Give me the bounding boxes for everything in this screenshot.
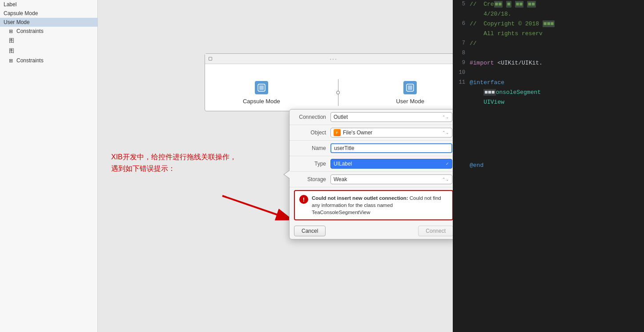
outline-constraints1-text: Constraints [16, 28, 44, 34]
code-spacer [453, 108, 644, 161]
storage-value: Weak [334, 176, 347, 182]
line-content-8 [470, 49, 644, 50]
annotation-line2: 遇到如下错误提示： [111, 163, 237, 174]
code-line-5: 5 // Cre■■ ■ ■■ ■■ [453, 0, 644, 10]
line-num-5: 5 [453, 0, 470, 7]
storage-label: Storage [295, 176, 330, 182]
code-editor: 5 // Cre■■ ■ ■■ ■■ 4/20/18. 6 // Copyrig… [453, 0, 644, 332]
line-content-5: // Cre■■ ■ ■■ ■■ [470, 0, 644, 8]
outline-item-constraints-1[interactable]: ⊞ Constraints [0, 27, 97, 36]
popover-buttons: Cancel Connect [290, 223, 453, 239]
code-line-end: @end [453, 161, 644, 171]
object-select[interactable]: F File's Owner ⌃⌄ [330, 128, 452, 138]
error-box: ! Could not insert new outlet connection… [294, 190, 453, 220]
outline-item-constraints-2[interactable]: ⊞ Constraints [0, 56, 97, 65]
outline-item-user-mode[interactable]: User Mode [0, 18, 97, 27]
outline-usermode-text: User Mode [4, 19, 30, 25]
ib-canvas-view: ··· Capsule Mode User Mode [205, 53, 453, 111]
outline-img1-text: 图 [9, 37, 14, 45]
connection-value: Outlet [334, 114, 348, 120]
canvas-handle-tl [209, 57, 212, 61]
line-num-6: 6 [453, 20, 470, 27]
code-line-6b: All rights reserv [453, 29, 644, 39]
outline-item-capsule[interactable]: Capsule Mode [0, 9, 97, 18]
outline-constraints2-text: Constraints [16, 57, 44, 64]
cancel-button[interactable]: Cancel [294, 226, 326, 236]
code-line-10: 10 [453, 69, 644, 78]
type-row: Type UILabel ✓ [290, 156, 453, 172]
capsule-mode-segment: Capsule Mode [243, 81, 280, 105]
divider-handle [336, 91, 340, 94]
line-content-end: @end [470, 161, 644, 169]
file-owner-icon: F [334, 129, 341, 136]
connection-chevron: ⌃⌄ [442, 115, 449, 119]
line-num-11c [453, 98, 470, 99]
error-text: Could not insert new outlet connection: … [312, 194, 448, 216]
svg-line-1 [222, 196, 294, 220]
object-row: Object F File's Owner ⌃⌄ [290, 125, 453, 141]
line-content-11: @interface [470, 78, 644, 86]
name-row: Name [290, 141, 453, 156]
canvas-top-bar: ··· [205, 54, 453, 64]
connection-row: Connection Outlet ⌃⌄ [290, 109, 453, 125]
svg-rect-3 [259, 85, 264, 90]
storage-row: Storage Weak ⌃⌄ [290, 172, 453, 187]
line-num-8: 8 [453, 49, 470, 56]
type-value: UILabel [334, 161, 352, 167]
connection-label: Connection [295, 114, 330, 120]
type-label: Type [295, 161, 330, 167]
line-num-11b [453, 88, 470, 89]
capsule-mode-icon [255, 81, 268, 94]
object-chevron: ⌃⌄ [442, 130, 449, 135]
code-line-11: 11 @interface [453, 78, 644, 88]
line-num-9: 9 [453, 59, 470, 66]
center-canvas: XIB开发中，给控件进行拖线关联操作， 遇到如下错误提示： ··· Capsul… [98, 0, 453, 332]
line-content-6b: All rights reserv [470, 29, 644, 37]
object-label: Object [295, 130, 330, 136]
line-num-10: 10 [453, 69, 470, 76]
line-content-7: // [470, 39, 644, 47]
line-content-9: #import <UIKit/UIKit. [470, 59, 644, 66]
connect-button[interactable]: Connect [418, 226, 453, 236]
code-line-8: 8 [453, 49, 644, 59]
constraints-icon-2: ⊞ [9, 58, 13, 64]
outline-item-img-1[interactable]: 图 [0, 36, 97, 46]
error-bold: Could not insert new outlet connection: [312, 195, 408, 201]
line-num-5b [453, 10, 470, 11]
code-line-9: 9 #import <UIKit/UIKit. [453, 59, 644, 69]
code-line-7: 7 // [453, 39, 644, 49]
name-input[interactable] [330, 143, 452, 153]
code-line-11c: UIView [453, 98, 644, 108]
line-content-11c: UIView [470, 98, 644, 105]
code-line-5b: 4/20/18. [453, 10, 644, 20]
outline-panel: Label Capsule Mode User Mode ⊞ Constrain… [0, 0, 98, 332]
outline-item-label[interactable]: Label [0, 0, 97, 9]
outline-item-img-2[interactable]: 图 [0, 46, 97, 56]
object-value: File's Owner [343, 130, 372, 136]
outline-img2-text: 图 [9, 47, 14, 55]
type-select[interactable]: UILabel ✓ [330, 159, 452, 169]
storage-select[interactable]: Weak ⌃⌄ [330, 174, 452, 184]
popover-arrow-left [283, 170, 290, 179]
name-label: Name [295, 145, 330, 151]
line-content-5b: 4/20/18. [470, 10, 644, 17]
line-num-6b [453, 29, 470, 30]
line-content-11b: ■■■onsoleSegment [470, 88, 644, 96]
code-area: 5 // Cre■■ ■ ■■ ■■ 4/20/18. 6 // Copyrig… [453, 0, 644, 171]
code-line-6: 6 // Copyright © 2018 ■■■ [453, 20, 644, 29]
user-mode-label: User Mode [396, 98, 424, 105]
line-content-10 [470, 69, 644, 69]
type-chevron: ✓ [446, 162, 449, 166]
line-content-6: // Copyright © 2018 ■■■ [470, 20, 644, 27]
user-mode-icon [403, 81, 417, 94]
annotation-line1: XIB开发中，给控件进行拖线关联操作， [111, 151, 237, 163]
annotation-block: XIB开发中，给控件进行拖线关联操作， 遇到如下错误提示： [111, 151, 237, 174]
connection-select[interactable]: Outlet ⌃⌄ [330, 112, 452, 122]
connection-popover: Connection Outlet ⌃⌄ Object F File's Own… [289, 109, 453, 239]
outline-capsule-text: Capsule Mode [4, 10, 38, 16]
canvas-dots: ··· [330, 55, 338, 62]
user-mode-segment: User Mode [396, 81, 424, 105]
code-line-11b: ■■■onsoleSegment [453, 88, 644, 98]
line-num-7: 7 [453, 39, 470, 46]
line-num-11: 11 [453, 78, 470, 85]
